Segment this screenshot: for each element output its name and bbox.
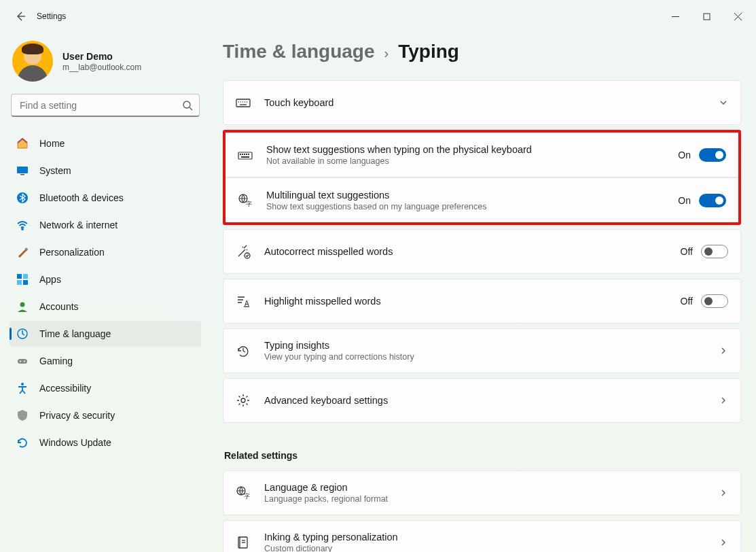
setting-text-suggestions: Show text suggestions when typing on the… (226, 133, 738, 177)
sidebar-item-label: System (39, 165, 71, 176)
sidebar-item-label: Accessibility (39, 383, 91, 394)
update-icon (16, 436, 29, 449)
sidebar-item-update[interactable]: Windows Update (10, 430, 201, 455)
sidebar-item-system[interactable]: System (10, 158, 201, 184)
bluetooth-icon (16, 192, 29, 204)
svg-point-20 (21, 383, 24, 385)
toggle-multilingual[interactable] (699, 194, 726, 207)
sidebar-item-label: Network & internet (39, 220, 118, 230)
setting-desc: View your typing and corrections history (264, 352, 705, 362)
svg-rect-21 (236, 99, 250, 107)
setting-title: Highlight misspelled words (264, 296, 667, 307)
toggle-autocorrect[interactable] (701, 245, 728, 258)
breadcrumb-parent[interactable]: Time & language (223, 41, 375, 63)
main-content: Time & language › Typing Touch keyboard (211, 33, 756, 552)
sidebar-item-home[interactable]: Home (10, 131, 201, 156)
sidebar-item-accessibility[interactable]: Accessibility (10, 375, 201, 401)
setting-autocorrect: Autocorrect misspelled words Off (223, 229, 741, 274)
toggle-highlight-misspelled[interactable] (701, 294, 728, 308)
shield-icon (16, 409, 29, 421)
sidebar-item-time-language[interactable]: Time & language (10, 321, 201, 347)
setting-advanced-keyboard[interactable]: Advanced keyboard settings (223, 378, 741, 423)
svg-rect-6 (17, 167, 28, 173)
nav: Home System Bluetooth & devices Network … (7, 131, 204, 455)
sidebar-item-label: Privacy & security (39, 410, 115, 421)
related-language-region[interactable]: 字 Language & region Language packs, regi… (223, 470, 741, 515)
setting-desc: Show text suggestions based on my langua… (266, 202, 664, 211)
sidebar-item-network[interactable]: Network & internet (10, 212, 201, 238)
breadcrumb-current: Typing (398, 41, 459, 63)
setting-title: Advanced keyboard settings (264, 395, 705, 406)
highlight-text-icon: A (236, 294, 251, 309)
toggle-state-label: Off (681, 246, 693, 257)
setting-touch-keyboard[interactable]: Touch keyboard (223, 80, 741, 125)
setting-typing-insights[interactable]: Typing insights View your typing and cor… (223, 328, 741, 373)
toggle-text-suggestions[interactable] (699, 148, 726, 162)
gear-icon (236, 393, 251, 408)
brush-icon (16, 246, 29, 258)
chevron-right-icon (719, 538, 728, 547)
window-title: Settings (37, 12, 66, 21)
toggle-state-label: On (678, 150, 691, 160)
chevron-right-icon: › (384, 46, 389, 61)
sidebar-item-label: Gaming (39, 356, 73, 366)
setting-desc: Custom dictionary (264, 544, 705, 552)
svg-point-40 (241, 398, 245, 402)
search-icon (182, 100, 193, 111)
gamepad-icon (16, 355, 29, 367)
sidebar-item-label: Bluetooth & devices (39, 192, 124, 203)
related-inking-typing[interactable]: Inking & typing personalization Custom d… (223, 520, 741, 552)
sidebar-item-label: Home (39, 138, 65, 149)
physical-keyboard-icon (238, 148, 253, 162)
sidebar-item-bluetooth[interactable]: Bluetooth & devices (10, 185, 201, 211)
wifi-icon (16, 219, 29, 231)
svg-point-18 (20, 361, 21, 362)
sidebar-item-privacy[interactable]: Privacy & security (10, 402, 201, 428)
sidebar-item-label: Accounts (39, 301, 79, 312)
chevron-right-icon (719, 488, 728, 498)
svg-point-4 (183, 101, 190, 108)
svg-rect-34 (241, 156, 249, 158)
setting-multilingual: 字 Multilingual text suggestions Show tex… (226, 177, 738, 222)
history-icon (236, 343, 251, 358)
svg-point-19 (24, 361, 25, 362)
setting-title: Language & region (264, 482, 705, 493)
setting-title: Autocorrect misspelled words (264, 246, 667, 257)
close-button[interactable] (722, 5, 753, 27)
svg-text:字: 字 (244, 493, 250, 500)
toggle-state-label: On (678, 195, 691, 206)
highlighted-settings-group: Show text suggestions when typing on the… (223, 130, 741, 225)
sidebar-item-accounts[interactable]: Accounts (10, 294, 201, 320)
clock-globe-icon (16, 328, 29, 340)
globe-character-icon: 字 (238, 193, 253, 208)
svg-rect-28 (238, 152, 252, 159)
svg-rect-33 (248, 154, 249, 155)
svg-rect-32 (246, 154, 247, 155)
apps-icon (16, 273, 29, 286)
maximize-button[interactable] (691, 5, 722, 27)
avatar (12, 41, 53, 82)
svg-rect-11 (17, 274, 22, 279)
breadcrumb: Time & language › Typing (223, 41, 741, 63)
svg-rect-14 (23, 280, 28, 285)
keyboard-icon (236, 95, 251, 110)
sidebar-item-label: Time & language (39, 328, 111, 339)
sidebar-item-personalization[interactable]: Personalization (10, 239, 201, 265)
svg-rect-12 (23, 274, 28, 279)
sidebar-item-gaming[interactable]: Gaming (10, 348, 201, 374)
setting-title: Typing insights (264, 340, 705, 351)
sidebar: User Demo m__lab@outlook.com Home System… (0, 33, 211, 552)
svg-rect-1 (704, 14, 710, 20)
setting-title: Show text suggestions when typing on the… (266, 144, 664, 155)
svg-rect-29 (240, 154, 241, 155)
profile-block[interactable]: User Demo m__lab@outlook.com (7, 37, 204, 94)
chevron-down-icon (719, 98, 728, 107)
wand-check-icon (236, 244, 251, 259)
back-button[interactable] (15, 11, 26, 22)
system-icon (16, 165, 29, 177)
chevron-right-icon (719, 396, 728, 405)
sidebar-item-apps[interactable]: Apps (10, 266, 201, 292)
search-input[interactable] (11, 94, 200, 117)
minimize-button[interactable] (660, 5, 691, 27)
home-icon (16, 137, 29, 150)
